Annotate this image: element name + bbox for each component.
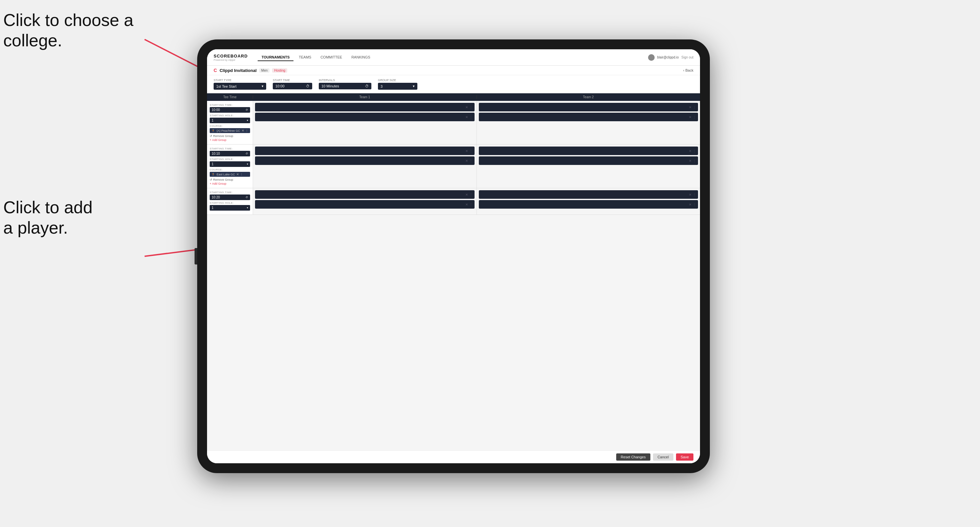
remove-group-2[interactable]: ↺ Remove Group	[210, 178, 250, 181]
logo-subtitle: Powered by clippd	[214, 59, 248, 62]
player-slot[interactable]: ✕ ⋮	[479, 190, 698, 199]
team1-panel-1: ✕ ⋮ ✕ ⋮	[253, 101, 477, 144]
hole-arrow-1: ▾	[247, 119, 248, 122]
slot-x-icon[interactable]: ✕	[465, 203, 468, 206]
player-slot[interactable]: ✕ ⋮	[255, 156, 474, 165]
sign-out-link[interactable]: Sign out	[681, 56, 694, 59]
group-size-select[interactable]: 3 ▾	[378, 83, 417, 90]
user-email: blair@clippd.io	[657, 56, 679, 59]
slot-expand-icon[interactable]: ⋮	[693, 115, 696, 119]
slot-expand-icon[interactable]: ⋮	[693, 193, 696, 197]
starting-hole-label-1: STARTING HOLE:	[210, 114, 250, 117]
remove-course-1[interactable]: ✕	[242, 129, 244, 132]
reset-button[interactable]: Reset Changes	[616, 453, 651, 460]
clippd-logo: C	[214, 68, 217, 73]
starting-time-label-3: STARTING TIME:	[210, 191, 250, 194]
nav-links: TOURNAMENTS TEAMS COMMITTEE RANKINGS	[258, 54, 648, 61]
intervals-icon: ⏱	[365, 84, 369, 88]
nav-teams[interactable]: TEAMS	[295, 54, 315, 61]
course-tag-1[interactable]: 🏌 (A) Peachtree GC ✕ ⋮	[210, 128, 250, 133]
player-slot[interactable]: ✕ ⋮	[255, 103, 474, 111]
add-group-2[interactable]: + Add Group	[210, 182, 250, 185]
slot-expand-icon[interactable]: ⋮	[693, 105, 696, 109]
starting-hole-input-1[interactable]: 1 ▾	[210, 117, 250, 123]
time-icon-3: ⏱	[245, 196, 248, 199]
slot-x-icon[interactable]: ✕	[689, 193, 692, 197]
course-name-2: East Lake GC	[216, 173, 235, 176]
slot-x-icon[interactable]: ✕	[689, 159, 692, 163]
start-time-input[interactable]: 10:00 ⏱	[273, 83, 312, 89]
player-slot[interactable]: ✕ ⋮	[255, 146, 474, 155]
slot-expand-icon[interactable]: ⋮	[469, 115, 473, 119]
starting-time-input-2[interactable]: 10:10 ⏱	[210, 151, 250, 156]
player-slot[interactable]: ✕ ⋮	[479, 113, 698, 121]
slot-x-icon[interactable]: ✕	[465, 105, 468, 109]
player-slot[interactable]: ✕ ⋮	[479, 200, 698, 209]
slot-x-icon[interactable]: ✕	[465, 149, 468, 153]
player-slot[interactable]: ✕ ⋮	[255, 190, 474, 199]
tablet-screen: SCOREBOARD Powered by clippd TOURNAMENTS…	[207, 49, 700, 463]
annotation-top-line2: college.	[3, 31, 62, 50]
intervals-label: Intervals	[319, 79, 371, 82]
course-expand-2[interactable]: ⋮	[240, 173, 243, 176]
player-slot[interactable]: ✕ ⋮	[479, 146, 698, 155]
start-time-label: Start Time	[273, 79, 312, 82]
cancel-button[interactable]: Cancel	[653, 453, 673, 460]
course-icon-1: 🏌	[212, 129, 215, 132]
player-slot[interactable]: ✕ ⋮	[479, 156, 698, 165]
save-button[interactable]: Save	[676, 453, 694, 460]
slot-x-icon[interactable]: ✕	[689, 149, 692, 153]
annotation-top-line1: Click to choose a	[3, 11, 134, 30]
slot-x-icon[interactable]: ✕	[465, 115, 468, 119]
player-slot[interactable]: ✕ ⋮	[255, 113, 474, 121]
intervals-select[interactable]: 10 Minutes ⏱	[319, 83, 371, 89]
starting-hole-input-3[interactable]: 1 ▾	[210, 205, 250, 211]
slot-x-icon[interactable]: ✕	[689, 115, 692, 119]
starting-time-input-3[interactable]: 10:20 ⏱	[210, 195, 250, 200]
start-time-group: Start Time 10:00 ⏱	[273, 79, 312, 90]
add-group-1[interactable]: + Add Group	[210, 138, 250, 141]
course-expand-1[interactable]: ⋮	[245, 129, 248, 132]
annotation-top: Click to choose a college.	[3, 10, 134, 51]
tournament-header: C Clippd Invitational Men Hosting ‹ Back	[207, 66, 700, 75]
slot-x-icon[interactable]: ✕	[465, 159, 468, 163]
starting-time-label-1: STARTING TIME:	[210, 103, 250, 106]
slot-expand-icon[interactable]: ⋮	[469, 193, 473, 197]
player-slot[interactable]: ✕ ⋮	[255, 200, 474, 209]
table-row: STARTING TIME: 10:10 ⏱ STARTING HOLE: 1 …	[207, 144, 700, 188]
time-icon-1: ⏱	[245, 108, 248, 111]
player-slot[interactable]: ✕ ⋮	[479, 103, 698, 111]
slot-expand-icon[interactable]: ⋮	[469, 149, 473, 153]
remove-course-2[interactable]: ✕	[236, 173, 239, 176]
starting-time-input-1[interactable]: 10:00 ⏱	[210, 107, 250, 113]
start-time-icon: ⏱	[306, 84, 310, 88]
tournament-gender: Men	[259, 68, 269, 73]
annotation-bottom-line2: a player.	[3, 218, 68, 237]
slot-expand-icon[interactable]: ⋮	[693, 149, 696, 153]
slot-expand-icon[interactable]: ⋮	[693, 203, 696, 206]
remove-group-1[interactable]: ↺ Remove Group	[210, 134, 250, 138]
starting-hole-input-2[interactable]: 1 ▾	[210, 161, 250, 167]
slot-expand-icon[interactable]: ⋮	[469, 159, 473, 163]
col-team2: Team 2	[477, 95, 700, 99]
left-panel-3: STARTING TIME: 10:20 ⏱ STARTING HOLE: 1 …	[207, 188, 253, 214]
back-button[interactable]: ‹ Back	[683, 68, 694, 72]
slot-x-icon[interactable]: ✕	[689, 203, 692, 206]
course-tag-2[interactable]: 🏌 East Lake GC ✕ ⋮	[210, 172, 250, 177]
nav-committee[interactable]: COMMITTEE	[317, 54, 346, 61]
slot-x-icon[interactable]: ✕	[689, 105, 692, 109]
slot-expand-icon[interactable]: ⋮	[469, 203, 473, 206]
slot-expand-icon[interactable]: ⋮	[693, 159, 696, 163]
team1-panel-2: ✕ ⋮ ✕ ⋮	[253, 144, 477, 188]
time-icon-2: ⏱	[245, 152, 248, 155]
slot-expand-icon[interactable]: ⋮	[469, 105, 473, 109]
nav-tournaments[interactable]: TOURNAMENTS	[258, 54, 293, 61]
start-type-select[interactable]: 1st Tee Start ▾	[214, 83, 266, 90]
left-panel-2: STARTING TIME: 10:10 ⏱ STARTING HOLE: 1 …	[207, 144, 253, 188]
slot-x-icon[interactable]: ✕	[465, 193, 468, 197]
user-avatar	[648, 54, 655, 61]
annotation-bottom-line1: Click to add	[3, 198, 93, 217]
scroll-content[interactable]: STARTING TIME: 10:00 ⏱ STARTING HOLE: 1 …	[207, 101, 700, 451]
nav-rankings[interactable]: RANKINGS	[347, 54, 374, 61]
table-row: STARTING TIME: 10:00 ⏱ STARTING HOLE: 1 …	[207, 101, 700, 144]
